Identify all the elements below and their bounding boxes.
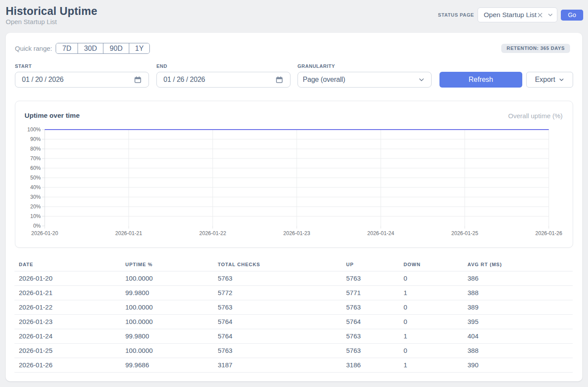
end-date-field: END 01 / 26 / 2026 — [156, 63, 290, 88]
table-row: 2026-01-20100.0000576357630386 — [14, 271, 573, 286]
table-row: 2026-01-22100.0000576357630389 — [14, 300, 573, 315]
uptime-chart: 0%10%20%30%40%50%60%70%80%90%100%2026-01… — [15, 124, 573, 247]
refresh-button[interactable]: Refresh — [439, 72, 522, 88]
table-cell: 5763 — [213, 271, 342, 286]
table-cell: 389 — [463, 300, 573, 315]
page-title: Historical Uptime — [6, 4, 97, 18]
chevron-down-icon-svg-shape — [549, 14, 552, 16]
table-cell: 5764 — [213, 315, 342, 329]
end-date-input[interactable]: 01 / 26 / 2026 — [156, 72, 290, 88]
table-head: DATEUPTIME %TOTAL CHECKSUPDOWNAVG RT (MS… — [14, 259, 573, 271]
table-cell: 0 — [399, 315, 463, 329]
table-cell: 5763 — [213, 300, 342, 315]
x-tick-label: 2026-01-26 — [535, 230, 563, 236]
table-cell: 2026-01-23 — [14, 315, 121, 329]
chevron-down-icon — [559, 77, 564, 83]
table-cell: 1 — [399, 286, 463, 300]
header-controls: STATUS PAGE Open Startup List Go — [438, 7, 583, 22]
table-cell: 1 — [399, 358, 463, 373]
uptime-chart-svg: 0%10%20%30%40%50%60%70%80%90%100%2026-01… — [15, 124, 573, 247]
table-row: 2026-01-2199.9800577257711388 — [14, 286, 573, 300]
table-cell: 5772 — [213, 286, 342, 300]
x-tick-label: 2026-01-21 — [115, 230, 142, 236]
start-date-value: 01 / 20 / 2026 — [22, 76, 135, 84]
table-col-header: DOWN — [399, 259, 463, 271]
table-cell: 5763 — [342, 344, 399, 358]
quick-range-row: Quick range: 7D 30D 90D 1Y RETENTION: 36… — [15, 43, 573, 54]
y-tick-label: 20% — [30, 204, 41, 210]
calendar-icon-svg — [276, 76, 283, 83]
table-cell: 395 — [463, 315, 573, 329]
table-cell: 0 — [399, 271, 463, 286]
chevron-down-icon-svg-shape — [420, 79, 424, 81]
quick-range-1y-button[interactable]: 1Y — [129, 43, 149, 53]
uptime-chart-card: Uptime over time Overall uptime (%) 0%10… — [15, 101, 573, 248]
quick-range-label: Quick range: — [15, 45, 52, 52]
start-date-input[interactable]: 01 / 20 / 2026 — [15, 72, 149, 88]
table-cell: 2026-01-21 — [14, 286, 121, 300]
table-cell: 2026-01-24 — [14, 329, 121, 344]
y-tick-label: 30% — [30, 194, 41, 200]
page-subtitle: Open Startup List — [6, 18, 97, 25]
table-cell: 100.0000 — [121, 315, 213, 329]
table-cell: 99.9686 — [121, 358, 213, 373]
y-tick-label: 10% — [30, 213, 41, 219]
start-date-field: START 01 / 20 / 2026 — [15, 63, 149, 88]
status-page-select[interactable]: Open Startup List — [478, 7, 557, 22]
table-cell: 5771 — [342, 286, 399, 300]
table-cell: 5763 — [213, 344, 342, 358]
y-tick-label: 60% — [30, 165, 41, 171]
table-cell: 5764 — [213, 329, 342, 344]
table-cell: 100.0000 — [121, 271, 213, 286]
status-page-label: STATUS PAGE — [438, 12, 474, 18]
table-cell: 3187 — [213, 358, 342, 373]
table-col-header: AVG RT (MS) — [463, 259, 573, 271]
granularity-label: GRANULARITY — [298, 63, 432, 69]
quick-range-90d-button[interactable]: 90D — [103, 43, 129, 53]
calendar-icon[interactable] — [276, 76, 283, 83]
clear-icon-svg-shape — [538, 13, 542, 17]
clear-icon[interactable] — [537, 12, 543, 18]
quick-range-group: Quick range: 7D 30D 90D 1Y — [15, 43, 150, 54]
granularity-select[interactable]: Page (overall) — [298, 72, 432, 88]
table-body: 2026-01-20100.00005763576303862026-01-21… — [14, 271, 573, 373]
y-tick-label: 0% — [33, 223, 41, 229]
start-date-label: START — [15, 63, 149, 69]
chevron-down-icon — [418, 76, 425, 83]
x-tick-label: 2026-01-23 — [283, 230, 311, 236]
table-cell: 5764 — [342, 315, 399, 329]
table-header-row: DATEUPTIME %TOTAL CHECKSUPDOWNAVG RT (MS… — [14, 259, 573, 271]
chevron-down-icon-svg-shape — [560, 79, 563, 81]
table-cell: 0 — [399, 344, 463, 358]
table-cell: 386 — [463, 271, 573, 286]
quick-range-30d-button[interactable]: 30D — [78, 43, 103, 53]
table-col-header: UP — [342, 259, 399, 271]
table-cell: 100.0000 — [121, 300, 213, 315]
main-card: Quick range: 7D 30D 90D 1Y RETENTION: 36… — [6, 33, 582, 381]
table-cell: 2026-01-22 — [14, 300, 121, 315]
table-col-header: DATE — [14, 259, 121, 271]
uptime-table: DATEUPTIME %TOTAL CHECKSUPDOWNAVG RT (MS… — [14, 259, 573, 373]
page: Historical Uptime Open Startup List STAT… — [0, 0, 588, 387]
export-button[interactable]: Export — [526, 72, 573, 88]
clear-icon-svg — [537, 12, 543, 18]
x-tick-label: 2026-01-20 — [31, 230, 58, 236]
table-col-header: UPTIME % — [121, 259, 213, 271]
calendar-icon[interactable] — [135, 76, 141, 83]
end-date-label: END — [156, 63, 290, 69]
table-row: 2026-01-2699.9686318731861390 — [14, 358, 573, 373]
y-tick-label: 70% — [30, 155, 41, 162]
go-button[interactable]: Go — [561, 10, 583, 21]
export-button-label: Export — [535, 76, 555, 84]
quick-range-7d-button[interactable]: 7D — [56, 43, 78, 53]
y-tick-label: 100% — [27, 127, 41, 133]
table-row: 2026-01-25100.0000576357630388 — [14, 344, 573, 358]
chart-header: Uptime over time Overall uptime (%) — [15, 101, 573, 120]
chart-legend-label: Overall uptime (%) — [508, 112, 563, 120]
table-cell: 2026-01-26 — [14, 358, 121, 373]
calendar-icon-svg-shape — [277, 78, 282, 79]
calendar-icon-svg-shape — [135, 78, 140, 79]
table-row: 2026-01-2499.9800576457631404 — [14, 329, 573, 344]
y-tick-label: 80% — [30, 146, 41, 152]
chevron-down-icon — [547, 12, 553, 18]
